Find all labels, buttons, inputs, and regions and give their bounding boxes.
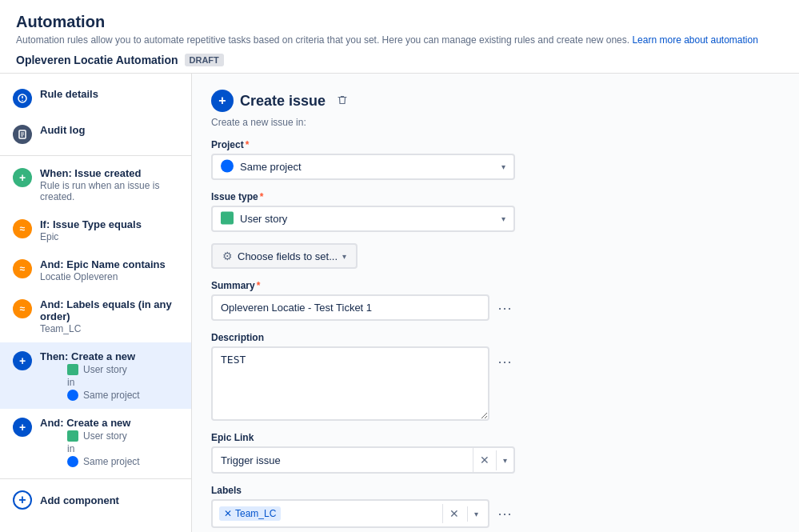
trash-button[interactable] <box>332 93 353 110</box>
issue-type-required: * <box>260 191 264 202</box>
panel-title: Create issue <box>240 93 326 110</box>
summary-input[interactable] <box>211 294 489 321</box>
then2-globe-icon <box>67 456 78 467</box>
add-component-item[interactable]: + Add component <box>0 482 191 518</box>
then1-icon: + <box>13 351 32 370</box>
project-label: Project * <box>211 139 515 150</box>
summary-input-row: ⋯ <box>211 294 515 321</box>
svg-point-2 <box>22 100 23 102</box>
if1-icon: ≈ <box>13 219 32 238</box>
sidebar-divider-1 <box>0 155 191 156</box>
then2-issue-type: User story <box>83 430 127 442</box>
sidebar-item-when[interactable]: + When: Issue created Rule is run when a… <box>0 159 191 210</box>
epic-link-clear-button[interactable]: ✕ <box>473 448 496 472</box>
page-title: Automation <box>16 13 783 31</box>
rule-header: Opleveren Locatie Automation DRAFT <box>16 54 783 66</box>
choose-fields-button[interactable]: ⚙ Choose fields to set... ▾ <box>211 243 358 269</box>
if1-label: If: Issue Type equals <box>40 218 142 230</box>
if3-icon: ≈ <box>13 299 32 318</box>
then1-label: Then: Create a new <box>40 350 140 362</box>
then2-issue-icon <box>67 430 78 442</box>
issue-type-select-wrapper: User story ▾ <box>211 206 515 232</box>
if2-label: And: Epic Name contains <box>40 258 166 270</box>
issue-type-label: Issue type * <box>211 191 515 202</box>
project-select[interactable]: Same project ▾ <box>211 154 515 180</box>
summary-more-button[interactable]: ⋯ <box>494 296 515 320</box>
description-more-button[interactable]: ⋯ <box>494 350 515 374</box>
add-component-label: Add component <box>40 494 119 506</box>
then2-label: And: Create a new <box>40 417 140 429</box>
epic-link-value: Trigger issue <box>213 449 473 472</box>
description-textarea[interactable] <box>211 346 489 421</box>
sidebar-item-then1[interactable]: + Then: Create a new User story in <box>0 342 191 409</box>
labels-input-wrapper[interactable]: ✕ Team_LC ✕ ▾ <box>211 499 489 528</box>
when-label: When: Issue created <box>40 167 178 179</box>
sidebar-item-rule-details[interactable]: Rule details <box>0 80 191 116</box>
create-issue-circle-icon: + <box>211 90 234 112</box>
learn-more-link[interactable]: Learn more about automation <box>632 34 757 46</box>
labels-arrow-button[interactable]: ▾ <box>467 506 481 522</box>
panel-inner: + Create issue Create a new issue in: Pr… <box>211 90 515 532</box>
audit-log-icon <box>13 125 32 144</box>
labels-group: Labels ✕ Team_LC ✕ ▾ ⋯ <box>211 485 515 528</box>
choose-fields-chevron-icon: ▾ <box>342 252 346 261</box>
then1-in-label: in <box>67 377 74 388</box>
summary-required: * <box>257 280 261 291</box>
page: Automation Automation rules allow you to… <box>0 0 799 532</box>
when-icon: + <box>13 168 32 187</box>
add-component-icon: + <box>13 490 32 510</box>
then2-icon: + <box>13 418 32 437</box>
then1-issue-icon <box>67 364 78 375</box>
description-group: Description ⋯ <box>211 332 515 421</box>
sidebar-item-if3[interactable]: ≈ And: Labels equals (in any order) Team… <box>0 290 191 342</box>
labels-clear-button[interactable]: ✕ <box>442 504 462 523</box>
if3-sublabel: Team_LC <box>40 323 178 334</box>
if3-label: And: Labels equals (in any order) <box>40 298 178 322</box>
sidebar-item-if1[interactable]: ≈ If: Issue Type equals Epic <box>0 210 191 250</box>
rule-details-label: Rule details <box>40 88 98 100</box>
then1-project: Same project <box>83 390 140 401</box>
gear-icon: ⚙ <box>222 250 233 262</box>
project-chevron-icon: ▾ <box>501 162 505 171</box>
issue-type-group: Issue type * User story ▾ <box>211 191 515 232</box>
label-tag-remove-button[interactable]: ✕ <box>224 508 232 519</box>
rule-name: Opleveren Locatie Automation <box>16 54 178 66</box>
labels-more-button[interactable]: ⋯ <box>494 502 515 526</box>
then1-issue-type: User story <box>83 364 127 375</box>
sidebar-item-then2[interactable]: + And: Create a new User story in <box>0 409 191 475</box>
labels-label: Labels <box>211 485 515 496</box>
panel-header: + Create issue <box>211 90 515 112</box>
description-textarea-row: ⋯ <box>211 346 515 421</box>
epic-link-arrow-button[interactable]: ▾ <box>496 450 513 470</box>
project-group: Project * Same project ▾ <box>211 139 515 180</box>
if1-sublabel: Epic <box>40 231 142 242</box>
epic-link-label: Epic Link <box>211 432 515 443</box>
right-panel: + Create issue Create a new issue in: Pr… <box>192 74 799 532</box>
sidebar-item-if2[interactable]: ≈ And: Epic Name contains Locatie Opleve… <box>0 250 191 290</box>
sidebar: Rule details Audit log + When: Issue cre… <box>0 74 192 532</box>
issue-type-select[interactable]: User story ▾ <box>211 206 515 232</box>
main-layout: Rule details Audit log + When: Issue cre… <box>0 74 799 532</box>
issue-type-icon-display <box>221 211 234 226</box>
rule-details-icon <box>13 89 32 108</box>
sidebar-item-audit-log[interactable]: Audit log <box>0 116 191 152</box>
then1-globe-icon <box>67 390 78 401</box>
choose-fields-label: Choose fields to set... <box>238 250 338 262</box>
if2-sublabel: Locatie Opleveren <box>40 271 166 282</box>
epic-link-group: Epic Link Trigger issue ✕ ▾ <box>211 432 515 474</box>
description-label: Description <box>211 332 515 343</box>
labels-row: ✕ Team_LC ✕ ▾ ⋯ <box>211 499 515 528</box>
when-sublabel: Rule is run when an issue is created. <box>40 180 178 202</box>
top-section: Automation Automation rules allow you to… <box>0 0 799 74</box>
then2-in-label: in <box>67 443 74 454</box>
summary-group: Summary * ⋯ <box>211 280 515 321</box>
label-tag: ✕ Team_LC <box>219 506 281 521</box>
summary-label: Summary * <box>211 280 515 291</box>
project-globe-icon <box>221 159 234 174</box>
epic-link-select[interactable]: Trigger issue ✕ ▾ <box>211 446 515 474</box>
issue-type-chevron-icon: ▾ <box>501 214 505 223</box>
page-subtitle: Automation rules allow you to automate r… <box>16 34 783 46</box>
then2-project: Same project <box>83 456 140 467</box>
panel-subtitle: Create a new issue in: <box>211 117 515 128</box>
sidebar-divider-2 <box>0 478 191 479</box>
